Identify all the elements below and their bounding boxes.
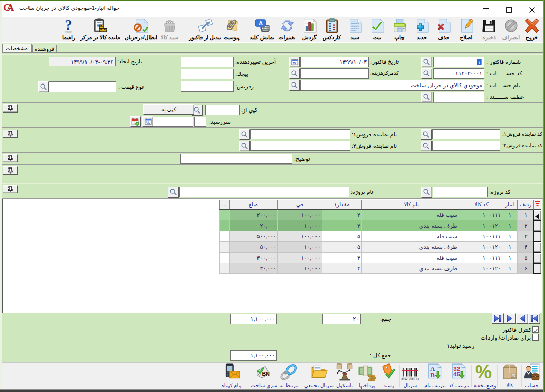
- svg-text:A: A: [258, 20, 263, 26]
- svg-text:%: %: [475, 363, 492, 381]
- svg-text:?: ?: [65, 18, 72, 33]
- svg-text:45: 45: [453, 371, 460, 377]
- svg-text:BN: BN: [262, 371, 270, 377]
- svg-text:B: B: [430, 372, 435, 379]
